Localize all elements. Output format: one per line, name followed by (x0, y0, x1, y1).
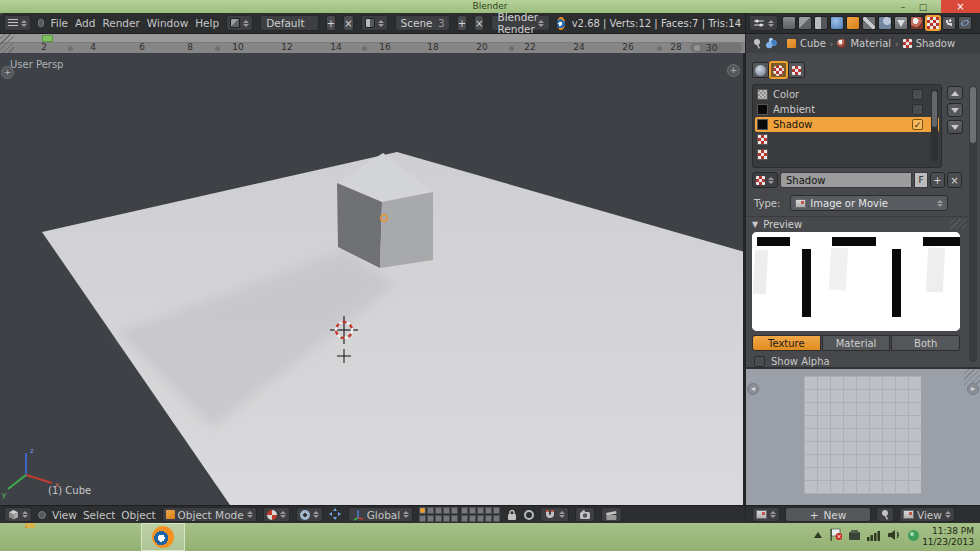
context-browse-icon[interactable] (766, 38, 777, 49)
layer-cell[interactable] (485, 507, 492, 514)
physics-tab-icon[interactable] (958, 16, 972, 30)
pin-icon[interactable] (752, 38, 762, 50)
toolshelf-toggle-icon[interactable]: ◂ (747, 383, 759, 395)
menu-window[interactable]: Window (147, 17, 188, 29)
slot-list-scrollbar[interactable] (931, 89, 938, 161)
preview-texture-tab[interactable]: Texture (752, 335, 821, 351)
fake-user-button[interactable]: F (914, 172, 928, 188)
breadcrumb-object[interactable]: Cube (800, 38, 826, 49)
layer-cell[interactable] (493, 507, 500, 514)
layer-cell[interactable] (427, 507, 434, 514)
menu-help[interactable]: Help (195, 17, 219, 29)
menu-add[interactable]: Add (75, 17, 95, 29)
close-button[interactable]: × (941, 0, 980, 13)
layer-cell[interactable] (485, 515, 492, 522)
material-textures-tab[interactable] (770, 62, 787, 78)
maximize-button[interactable]: □ (914, 0, 932, 13)
texture-type-dropdown[interactable]: Image or Movie (790, 195, 948, 211)
constraints-tab-icon[interactable] (862, 16, 876, 30)
texture-slot-empty[interactable] (755, 132, 939, 147)
toolshelf-toggle-icon[interactable]: + (1, 66, 14, 79)
view-menu-dropdown[interactable]: View (899, 507, 955, 522)
layer-cell[interactable] (461, 515, 468, 522)
texture-slot-ambient[interactable]: Ambient (755, 102, 939, 117)
scene-name[interactable]: Scene 3 (395, 15, 450, 31)
screen-layout-name[interactable]: Default (260, 15, 319, 31)
texture-tab-icon[interactable] (926, 16, 940, 30)
layer-cell[interactable] (477, 507, 484, 514)
breadcrumb-material[interactable]: Material (850, 38, 891, 49)
viewport-3d[interactable]: z x y User Persp (1) Cube + + (0, 53, 745, 505)
show-alpha-checkbox[interactable] (754, 356, 765, 367)
render-layers-tab-icon[interactable] (798, 16, 812, 30)
action-center-flag-icon[interactable] (829, 528, 842, 542)
current-frame-marker[interactable] (42, 35, 53, 42)
layer-cell-active[interactable] (419, 507, 426, 514)
timeline-end-handle[interactable]: 30 (690, 43, 742, 53)
timeline[interactable]: 2 4 6 8 10 12 14 16 18 20 22 24 26 28 30 (0, 34, 745, 53)
taskbar-clock[interactable]: 11:38 PM 11/23/2013 (922, 526, 974, 548)
slot-move-up-button[interactable] (947, 86, 963, 100)
layer-cell[interactable] (451, 507, 458, 514)
properties-scrollbar[interactable] (969, 86, 977, 362)
layer-cell[interactable] (493, 515, 500, 522)
scene-tab-icon[interactable] (814, 16, 828, 30)
layer-cell[interactable] (461, 507, 468, 514)
viewport-shading-dropdown[interactable] (263, 507, 290, 522)
editor-type-selector[interactable] (4, 15, 31, 31)
remove-layout-button[interactable]: × (343, 15, 353, 31)
manipulator-toggle-icon[interactable] (329, 508, 342, 521)
preview-panel-header[interactable]: ▼ Preview (752, 219, 802, 230)
render-engine-dropdown[interactable]: Blender Render (491, 15, 550, 31)
scene-selector-icon[interactable] (361, 15, 388, 31)
header-menu-icon[interactable] (38, 511, 46, 519)
modifiers-tab-icon[interactable] (878, 16, 892, 30)
device-icon[interactable] (848, 529, 861, 542)
add-layout-button[interactable]: + (326, 15, 336, 31)
hidden-icons-icon[interactable] (813, 530, 823, 540)
layer-cell[interactable] (435, 507, 442, 514)
world-tab-icon[interactable] (830, 16, 844, 30)
network-signal-icon[interactable] (867, 529, 881, 541)
unlink-texture-button[interactable]: × (947, 172, 962, 188)
blender-menu-icon[interactable] (38, 19, 44, 27)
transform-orientation-dropdown[interactable]: Global (348, 507, 414, 522)
tray-app-icon[interactable] (907, 529, 920, 542)
editor-type-selector[interactable] (4, 507, 32, 522)
layer-cell[interactable] (443, 515, 450, 522)
opengl-render-anim-button[interactable] (601, 507, 622, 522)
preview-material-tab[interactable]: Material (822, 335, 891, 351)
proportional-edit-icon[interactable] (524, 510, 534, 520)
preview-both-tab[interactable]: Both (891, 335, 960, 351)
layer-cell[interactable] (451, 515, 458, 522)
mode-dropdown[interactable]: Object Mode (162, 507, 257, 522)
layer-cell[interactable] (469, 507, 476, 514)
sidebar-toggle-icon[interactable]: + (727, 64, 740, 77)
screen-layout-selector-icon[interactable] (226, 15, 253, 31)
texture-slot-color[interactable]: Color (755, 87, 939, 102)
menu-file[interactable]: File (51, 17, 69, 29)
image-editor-grid[interactable] (804, 376, 921, 494)
menu-view[interactable]: View (52, 509, 77, 521)
add-scene-button[interactable]: + (457, 15, 467, 31)
scene-lock-icon[interactable] (506, 509, 518, 521)
image-browse-dropdown[interactable] (752, 507, 780, 522)
new-image-button[interactable]: + New (785, 507, 871, 522)
world-textures-tab[interactable] (752, 62, 769, 78)
layer-cell[interactable] (419, 515, 426, 522)
menu-render[interactable]: Render (102, 17, 139, 29)
slot-specials-menu-button[interactable] (947, 120, 963, 134)
collapse-triangle-icon[interactable]: ▼ (752, 220, 758, 229)
texture-name-field[interactable]: Shadow (780, 172, 912, 188)
particles-tab-icon[interactable] (942, 16, 956, 30)
object-tab-icon[interactable] (846, 16, 860, 30)
texture-browse-dropdown[interactable] (752, 172, 778, 188)
slot-move-down-button[interactable] (947, 103, 963, 117)
layer-cell[interactable] (427, 515, 434, 522)
texture-slot-empty[interactable] (755, 147, 939, 162)
timeline-ruler[interactable]: 2 4 6 8 10 12 14 16 18 20 22 24 26 28 30 (0, 43, 745, 53)
pivot-point-dropdown[interactable] (296, 507, 323, 522)
minimize-button[interactable]: – (894, 0, 912, 13)
snap-dropdown[interactable] (540, 507, 569, 522)
viewport-canvas[interactable]: z x y (0, 53, 745, 505)
